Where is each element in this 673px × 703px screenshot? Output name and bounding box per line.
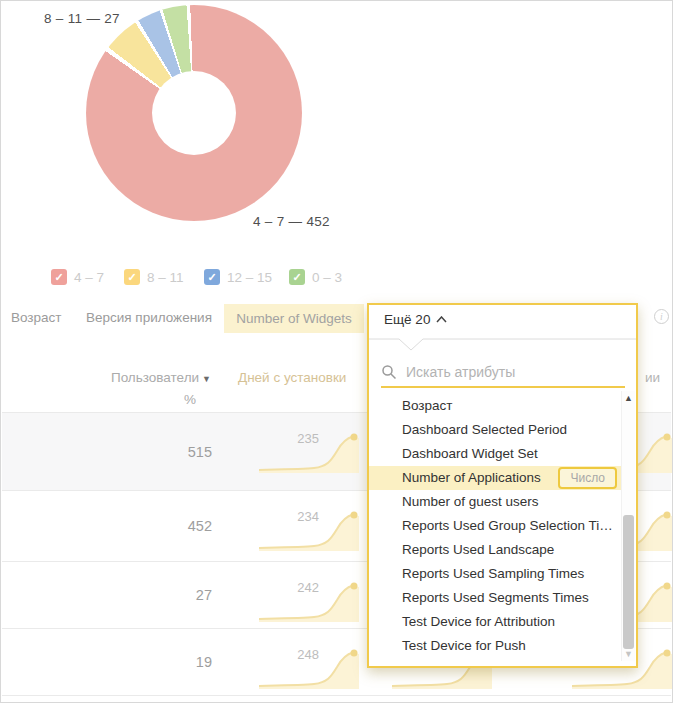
list-item[interactable]: Number of guest users (369, 490, 621, 514)
checkbox-checked-icon[interactable]: ✓ (51, 269, 67, 285)
list-item[interactable]: Reports Used Group Selection Ti… (369, 514, 621, 538)
user-count-cell: 19 (62, 629, 212, 695)
list-item[interactable]: Test Device for Attribution (369, 610, 621, 634)
checkbox-checked-icon[interactable]: ✓ (204, 269, 220, 285)
chevron-up-icon (436, 316, 447, 323)
list-item[interactable]: Reports Used Segments Times (369, 586, 621, 610)
legend-label: 8 – 11 (147, 270, 184, 285)
sparkline (259, 507, 359, 551)
list-item[interactable]: Test Device for Push (369, 634, 621, 658)
more-attributes-label: Ещё 20 (384, 312, 430, 327)
attribute-list: Возраст Dashboard Selected Period Dashbo… (369, 394, 621, 658)
tab-app-version[interactable]: Версия приложения (86, 310, 212, 325)
donut-annotation-top: 8 – 11 — 27 (44, 11, 120, 26)
divider (2, 695, 671, 696)
scrollbar[interactable]: ▲ ▼ (621, 391, 635, 661)
panel-notch (369, 338, 636, 352)
list-item[interactable]: Возраст (369, 394, 621, 418)
legend-label: 4 – 7 (74, 270, 104, 285)
info-icon[interactable]: i (654, 309, 669, 324)
donut-hole (152, 71, 236, 155)
attribute-search (381, 358, 625, 388)
sparkline (259, 645, 359, 689)
sparkline (259, 429, 359, 473)
search-icon (381, 364, 397, 380)
legend-item[interactable]: ✓ 12 – 15 (204, 269, 272, 285)
tab-number-of-widgets[interactable]: Number of Widgets (224, 304, 364, 333)
tab-age[interactable]: Возраст (11, 310, 62, 325)
sort-desc-icon: ▼ (202, 374, 211, 384)
user-count-cell: 27 (62, 562, 212, 628)
legend-item[interactable]: ✓ 4 – 7 (51, 269, 104, 285)
list-item-label: Number of Applications (402, 470, 541, 485)
type-badge: Число (558, 467, 617, 489)
column-header-users[interactable]: Пользователи▼ (41, 370, 211, 385)
sparkline (259, 578, 359, 622)
list-item-selected[interactable]: Number of Applications Число (369, 466, 621, 490)
legend-item[interactable]: ✓ 0 – 3 (289, 269, 342, 285)
user-count-cell: 515 (62, 413, 212, 490)
donut-annotation-bottom: 4 – 7 — 452 (253, 214, 330, 229)
scroll-up-icon[interactable]: ▲ (622, 393, 635, 403)
list-item[interactable]: Dashboard Selected Period (369, 418, 621, 442)
list-item[interactable]: Dashboard Widget Set (369, 442, 621, 466)
legend-label: 0 – 3 (312, 270, 342, 285)
list-item[interactable]: Reports Used Landscape (369, 538, 621, 562)
column-header-users-label: Пользователи (111, 370, 199, 385)
analytics-widget: 8 – 11 — 27 4 – 7 — 452 ✓ 4 – 7 ✓ 8 – 11… (0, 0, 673, 703)
scroll-down-icon[interactable]: ▼ (622, 649, 635, 659)
list-item[interactable]: Reports Used Sampling Times (369, 562, 621, 586)
user-count-cell: 452 (62, 491, 212, 561)
scrollbar-thumb[interactable] (623, 515, 634, 649)
checkbox-checked-icon[interactable]: ✓ (124, 269, 140, 285)
legend-item[interactable]: ✓ 8 – 11 (124, 269, 184, 285)
column-header-fragment: ии (645, 370, 660, 385)
legend-label: 12 – 15 (227, 270, 272, 285)
donut-chart[interactable] (86, 5, 302, 221)
column-header-days-since-install[interactable]: Дней с установки (238, 370, 346, 385)
more-attributes-trigger[interactable]: Ещё 20 (384, 312, 447, 327)
search-input[interactable] (406, 364, 596, 380)
column-header-percent: % (41, 392, 196, 407)
attributes-dropdown-panel: Ещё 20 Возраст Dashboard Selected Period… (367, 303, 638, 668)
checkbox-checked-icon[interactable]: ✓ (289, 269, 305, 285)
